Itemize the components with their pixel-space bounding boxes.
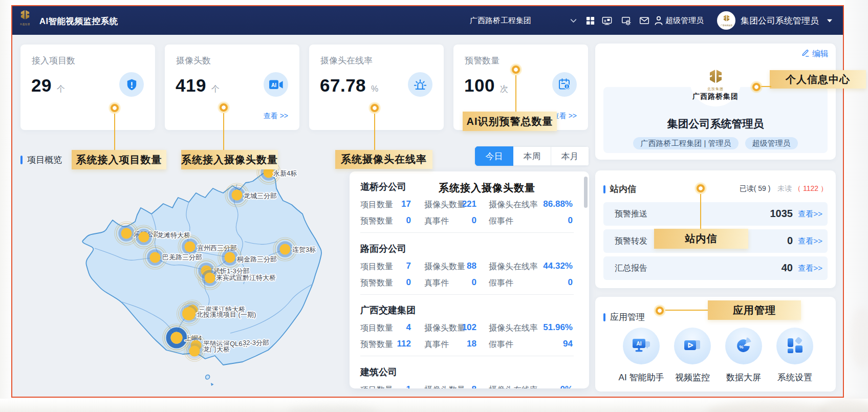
annotation-ring <box>509 63 523 76</box>
stat-card-2: 摄像头数 419 个 AI 查看 >> <box>165 45 299 130</box>
chevron-down-icon[interactable] <box>568 15 578 26</box>
map-marker-label: 龙城三分部 <box>244 192 277 200</box>
app-item-4[interactable]: 系统设置 <box>764 328 826 383</box>
stat-value: 0% <box>560 384 573 388</box>
stat-label: 摄像头在线率 <box>489 262 538 272</box>
map-marker-label: 永新4标 <box>273 169 297 177</box>
stat-label: 假事件 <box>489 339 513 350</box>
message-count: 0 <box>787 235 793 247</box>
apps-title-text: 应用管理 <box>610 311 645 323</box>
document-gear-icon[interactable] <box>621 15 631 26</box>
stat-value: 0 <box>568 215 573 226</box>
stat-card-1: 接入项目数 29 个 <box>20 45 155 130</box>
company-stats-panel[interactable]: 道桥分公司 项目数量 17 摄像头数量 221 摄像头在线率 86.88% 预警… <box>350 171 589 388</box>
company-stats-row: 项目数量 4 摄像头数量 102 摄像头在线率 51.96% <box>360 322 578 333</box>
annotation-connector <box>515 75 516 112</box>
tab-今日[interactable]: 今日 <box>475 146 513 166</box>
annotation-callout: AI识别预警总数量 <box>463 112 557 131</box>
app-window: 北投集团 AI智能视频监控系统 广西路桥工程集团 超级管理员 广西路桥集团 集团… <box>11 5 844 398</box>
stat-value: 0 <box>406 215 411 226</box>
annotation-connector <box>223 113 224 150</box>
divider <box>360 232 574 233</box>
stat-label: 真事件 <box>424 339 449 350</box>
company-block: 建筑公司 项目数量 1 摄像头数量 8 摄像头在线率 0% <box>360 366 578 378</box>
stat-card-title: 接入项目数 <box>32 55 75 67</box>
stat-card-title: 摄像头在线率 <box>320 55 373 67</box>
annotation-ring <box>694 182 707 195</box>
calendar-info-icon <box>552 72 577 97</box>
read-count[interactable]: 已读( 59 ) <box>740 184 771 192</box>
stat-label: 摄像头数量 <box>424 385 465 388</box>
stat-card-value: 67.78 <box>320 75 366 96</box>
apps-grid-icon[interactable] <box>585 15 595 26</box>
screenshot-canvas: 北投集团 AI智能视频监控系统 广西路桥工程集团 超级管理员 广西路桥集团 集团… <box>0 0 868 412</box>
company-block: 广西交建集团 项目数量 4 摄像头数量 102 摄像头在线率 51.96% 预警… <box>360 304 578 316</box>
stat-card-unit: 个 <box>57 84 65 95</box>
brand-emblem-icon <box>18 9 32 23</box>
user-icon[interactable] <box>654 15 664 26</box>
avatar[interactable]: 广西路桥集团 <box>717 11 735 30</box>
current-user[interactable]: 集团公司系统管理员 <box>741 15 819 27</box>
map-marker-label: 北投溪境项目 (一期) <box>197 311 256 318</box>
svg-text:%: % <box>739 344 743 350</box>
company-stats-row: 项目数量 7 摄像头数量 88 摄像头在线率 44.32% <box>360 261 578 271</box>
tab-本周[interactable]: 本周 <box>513 146 551 166</box>
annotation-text: 系统接入摄像头数量 <box>439 181 535 195</box>
tab-本月[interactable]: 本月 <box>551 146 589 166</box>
annotation-callout: 应用管理 <box>708 300 801 320</box>
scrollbar-thumb[interactable] <box>584 177 588 208</box>
top-navbar: 北投集团 AI智能视频监控系统 广西路桥工程集团 超级管理员 广西路桥集团 集团… <box>12 6 843 35</box>
message-view-link[interactable]: 查看>> <box>798 209 822 219</box>
ai-assistant-icon: AI <box>623 328 660 364</box>
stat-card-unit: % <box>371 84 378 94</box>
annotation-ring <box>750 80 763 94</box>
stat-label: 摄像头数量 <box>424 200 465 210</box>
unread-count[interactable]: （ 1122 ） <box>794 184 828 192</box>
map-marker-label: 巴羌路三分部 <box>162 253 202 261</box>
caret-down-icon[interactable] <box>824 15 835 26</box>
message-view-link[interactable]: 查看>> <box>798 264 822 273</box>
org-switcher[interactable]: 广西路桥工程集团 <box>470 16 531 26</box>
guangxi-map[interactable]: 永新4标龙城三分部乐望公路龙滩特大桥宜州西三分部巴羌路三分部桐金路三分部连贺3标… <box>77 164 343 398</box>
data-screen-icon: % <box>725 328 762 364</box>
stat-card-value: 29 <box>31 75 52 96</box>
stat-label: 项目数量 <box>360 385 393 388</box>
annotation-callout: 系统接入摄像头数量 <box>181 150 278 169</box>
stat-value: 17 <box>401 199 411 209</box>
stat-value: 0 <box>472 277 476 288</box>
stat-value: 8 <box>472 384 476 388</box>
siren-icon <box>408 72 432 97</box>
stat-value: 1 <box>406 384 411 388</box>
unread-label[interactable]: 未读 <box>777 184 792 192</box>
app-title: AI智能视频监控系统 <box>39 16 118 27</box>
stat-label: 项目数量 <box>360 262 393 272</box>
message-count: 1035 <box>770 208 793 220</box>
system-settings-icon <box>776 328 813 364</box>
stat-value: 44.32% <box>543 261 573 271</box>
stat-card-title: 预警数量 <box>465 55 500 67</box>
annotation-ring <box>108 101 121 115</box>
pencil-icon <box>801 49 810 59</box>
company-stats-row: 预警数量 112 真事件 18 假事件 94 <box>360 339 578 349</box>
annotation-connector <box>374 114 375 150</box>
edit-profile-button[interactable]: 编辑 <box>801 49 829 59</box>
view-more-link[interactable]: 查看 >> <box>264 112 288 121</box>
monitor-icon[interactable] <box>602 15 612 26</box>
svg-text:AI: AI <box>637 341 642 346</box>
section-title-text: 项目概览 <box>27 154 62 166</box>
profile-card: 编辑 北投集团 广西路桥集团 集团公司系统管理员 广西路桥工程集团 | 管理员超… <box>595 44 836 160</box>
stat-label: 摄像头数量 <box>424 323 465 334</box>
map-marker[interactable]: 32-3分部 <box>243 339 269 346</box>
stat-label: 预警数量 <box>360 216 393 227</box>
message-view-link[interactable]: 查看>> <box>798 236 822 246</box>
message-count: 40 <box>782 262 793 274</box>
stat-label: 摄像头在线率 <box>489 323 538 334</box>
stat-value: 102 <box>462 322 476 333</box>
annotation-callout: 站内信 <box>654 229 748 249</box>
company-name: 路面分公司 <box>360 243 578 255</box>
stat-value: 0 <box>406 277 411 288</box>
brand-logo: 北投集团 <box>18 8 32 33</box>
section-title-project-overview: 项目概览 <box>20 154 62 166</box>
time-range-tabs: 今日本周本月 <box>475 146 589 166</box>
mail-icon[interactable] <box>639 15 649 26</box>
